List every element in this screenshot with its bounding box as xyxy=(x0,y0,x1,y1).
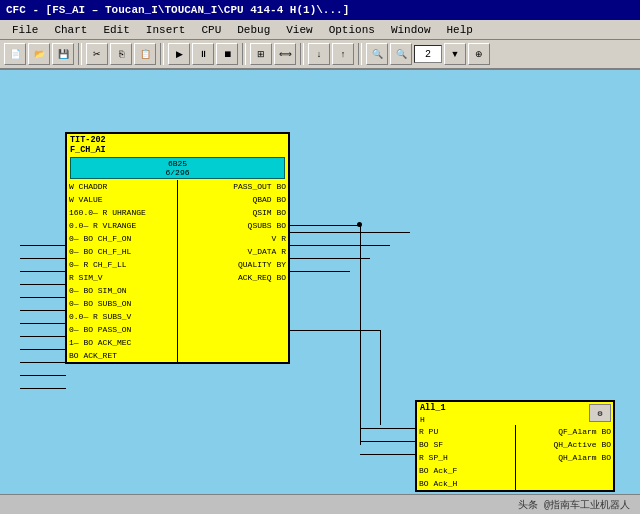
wire-pass-out-h xyxy=(290,232,410,233)
toolbar-zoom-in[interactable]: 🔍 xyxy=(366,43,388,65)
wire-left-2 xyxy=(20,258,66,259)
pin-pass-out: PASS_OUT BO xyxy=(178,180,288,193)
toolbar-copy[interactable]: ⎘ xyxy=(110,43,132,65)
pin-sp-h: R SP_H xyxy=(417,451,515,464)
pin-ack-req: ACK_REQ BO xyxy=(178,271,288,284)
pin-sim-v: R SIM_V xyxy=(67,271,177,284)
wire-all1-sph xyxy=(360,454,416,455)
toolbar: 📄 📂 💾 ✂ ⎘ 📋 ▶ ⏸ ⏹ ⊞ ⟺ ↓ ↑ 🔍 🔍 2 ▼ ⊕ xyxy=(0,40,640,70)
menu-options[interactable]: Options xyxy=(321,22,383,38)
pin-pu: R PU xyxy=(417,425,515,438)
toolbar-cut[interactable]: ✂ xyxy=(86,43,108,65)
wire-dot-1 xyxy=(357,222,362,227)
block-all1: All_1 ⚙ H R PU BO SF R SP_H BO Ack_F BO … xyxy=(415,400,615,492)
toolbar-sep-3 xyxy=(242,43,246,65)
wire-all1-sf xyxy=(360,441,416,442)
wire-left-4 xyxy=(20,284,66,285)
main-block-pins: W CHADDR W VALUE 160.0— R UHRANGE 0.0— R… xyxy=(67,180,288,362)
pin-qsim: QSIM BO xyxy=(178,206,288,219)
toolbar-btn3[interactable]: ⏹ xyxy=(216,43,238,65)
toolbar-zoom-out[interactable]: 🔍 xyxy=(390,43,412,65)
pin-ch-f-ll: 0— R CH_F_LL xyxy=(67,258,177,271)
pin-ch-f-on: 0— BO CH_F_ON xyxy=(67,232,177,245)
wire-left-9 xyxy=(20,349,66,350)
pin-sf: BO SF xyxy=(417,438,515,451)
menu-window[interactable]: Window xyxy=(383,22,439,38)
menu-debug[interactable]: Debug xyxy=(229,22,278,38)
menu-chart[interactable]: Chart xyxy=(46,22,95,38)
title-bar: CFC - [FS_AI – Toucan_I\TOUCAN_I\CPU 414… xyxy=(0,0,640,20)
pin-quality: QUALITY BY xyxy=(178,258,288,271)
toolbar-sep-1 xyxy=(78,43,82,65)
menu-bar: File Chart Edit Insert CPU Debug View Op… xyxy=(0,20,640,40)
menu-help[interactable]: Help xyxy=(439,22,481,38)
watermark-bar: 头条 @指南车工业机器人 xyxy=(0,494,640,514)
wire-left-10 xyxy=(20,362,66,363)
wire-qbad-h xyxy=(290,245,390,246)
menu-file[interactable]: File xyxy=(4,22,46,38)
menu-cpu[interactable]: CPU xyxy=(193,22,229,38)
zoom-level: 2 xyxy=(414,45,442,63)
pin-subs-on: 0— BO SUBS_ON xyxy=(67,297,177,310)
toolbar-sep-4 xyxy=(300,43,304,65)
wire-left-6 xyxy=(20,310,66,311)
main-right-pins: PASS_OUT BO QBAD BO QSIM BO QSUBS BO V R… xyxy=(178,180,288,362)
pin-ack-ret: BO ACK_RET xyxy=(67,349,177,362)
main-block-status: 6B25 6/296 xyxy=(70,157,285,179)
wire-left-11 xyxy=(20,375,66,376)
menu-view[interactable]: View xyxy=(278,22,320,38)
wire-h-to-all1 xyxy=(290,330,381,331)
pin-vlrange: 0.0— R VLRANGE xyxy=(67,219,177,232)
pin-qf-alarm: QF_Alarm BO xyxy=(516,425,614,438)
pin-qbad: QBAD BO xyxy=(178,193,288,206)
wire-left-8 xyxy=(20,336,66,337)
toolbar-open[interactable]: 📂 xyxy=(28,43,50,65)
menu-insert[interactable]: Insert xyxy=(138,22,194,38)
toolbar-sep-2 xyxy=(160,43,164,65)
wire-bus-v xyxy=(360,225,361,445)
toolbar-new[interactable]: 📄 xyxy=(4,43,26,65)
block-icon: ⚙ xyxy=(589,404,611,422)
all1-pins: R PU BO SF R SP_H BO Ack_F BO Ack_H QF_A… xyxy=(417,425,613,490)
all1-h-label: H xyxy=(417,414,613,425)
toolbar-zoom-drop[interactable]: ▼ xyxy=(444,43,466,65)
toolbar-download[interactable]: ↓ xyxy=(308,43,330,65)
toolbar-connect[interactable]: ⟺ xyxy=(274,43,296,65)
pin-ch-f-hl: 0— BO CH_F_HL xyxy=(67,245,177,258)
wire-all1-pu xyxy=(360,428,416,429)
toolbar-grid[interactable]: ⊞ xyxy=(250,43,272,65)
toolbar-save[interactable]: 💾 xyxy=(52,43,74,65)
title-text: CFC - [FS_AI – Toucan_I\TOUCAN_I\CPU 414… xyxy=(6,4,349,16)
pin-qh-alarm: QH_Alarm BO xyxy=(516,451,614,464)
toolbar-upload[interactable]: ↑ xyxy=(332,43,354,65)
pin-value: W VALUE xyxy=(67,193,177,206)
toolbar-paste[interactable]: 📋 xyxy=(134,43,156,65)
main-canvas: TIT-202 F_CH_AI 6B25 6/296 W CHADDR W VA… xyxy=(0,70,640,494)
toolbar-sep-5 xyxy=(358,43,362,65)
wire-left-7 xyxy=(20,323,66,324)
wire-left-12 xyxy=(20,388,66,389)
all1-left-pins: R PU BO SF R SP_H BO Ack_F BO Ack_H xyxy=(417,425,516,490)
main-block-name: TIT-202 F_CH_AI xyxy=(67,134,288,156)
pin-ack-mec: 1— BO ACK_MEC xyxy=(67,336,177,349)
menu-edit[interactable]: Edit xyxy=(95,22,137,38)
pin-ack-h: BO Ack_H xyxy=(417,477,515,490)
toolbar-fullscreen[interactable]: ⊕ xyxy=(468,43,490,65)
toolbar-btn1[interactable]: ▶ xyxy=(168,43,190,65)
pin-subs-v: 0.0— R SUBS_V xyxy=(67,310,177,323)
pin-v: V R xyxy=(178,232,288,245)
wire-left-1 xyxy=(20,245,66,246)
wire-left-3 xyxy=(20,271,66,272)
wire-qsubs-h xyxy=(290,271,350,272)
pin-qsubs: QSUBS BO xyxy=(178,219,288,232)
wire-qsim-h xyxy=(290,258,370,259)
wire-v-to-all1 xyxy=(380,330,381,425)
toolbar-btn2[interactable]: ⏸ xyxy=(192,43,214,65)
pin-uhrange: 160.0— R UHRANGE xyxy=(67,206,177,219)
pin-vdata: V_DATA R xyxy=(178,245,288,258)
pin-sim-on: 0— BO SIM_ON xyxy=(67,284,177,297)
pin-pass-on: 0— BO PASS_ON xyxy=(67,323,177,336)
pin-qh-active: QH_Active BO xyxy=(516,438,614,451)
wire-bus-h1 xyxy=(290,225,361,226)
pin-chaddr: W CHADDR xyxy=(67,180,177,193)
